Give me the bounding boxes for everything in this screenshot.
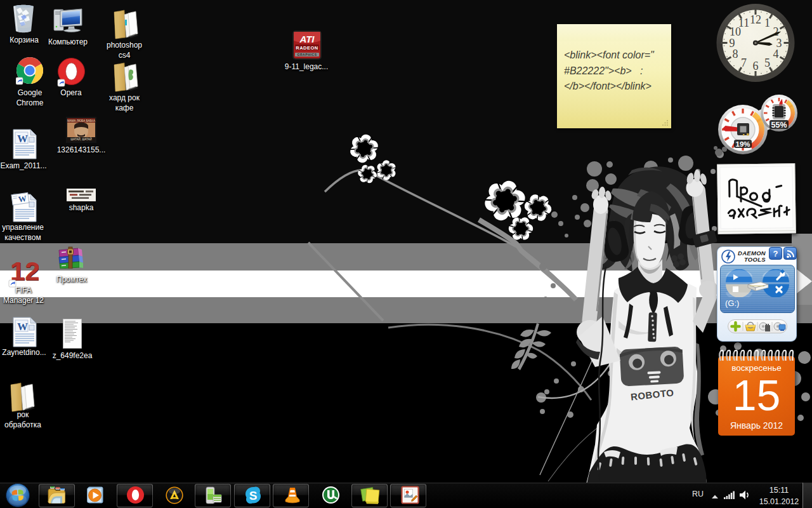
svg-text:5: 5 [764,57,770,69]
svg-text:11: 11 [738,17,749,29]
svg-text:19%: 19% [735,140,750,148]
svg-text:ШАТАЙ, ШАТАЙ: ШАТАЙ, ШАТАЙ [70,137,92,141]
svg-text:12: 12 [750,13,761,26]
svg-text:9: 9 [730,37,735,50]
svg-text:W: W [18,194,27,204]
svg-text:6: 6 [753,60,759,72]
svg-text:8: 8 [733,48,738,60]
svg-text:GRAPHICS: GRAPHICS [297,53,317,57]
svg-text:S: S [249,489,258,502]
svg-text:МАМА ЛЮБА БАБКА: МАМА ЛЮБА БАБКА [67,119,95,123]
svg-text:ATI: ATI [299,34,315,44]
svg-text:1: 1 [764,17,770,29]
svg-text:55%: 55% [771,121,787,130]
svg-text:4: 4 [773,48,779,60]
svg-text:7: 7 [741,57,747,69]
svg-text:2: 2 [773,25,779,38]
svg-text:RADEON: RADEON [296,45,318,51]
